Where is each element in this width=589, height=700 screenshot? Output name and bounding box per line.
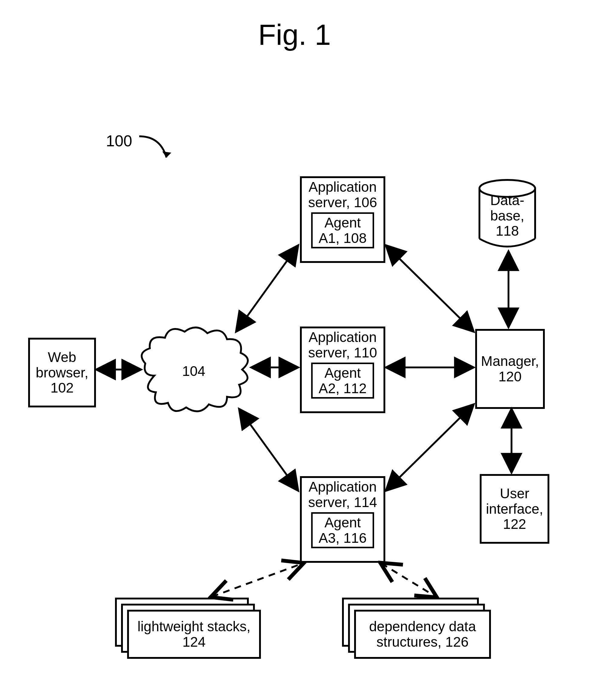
- web-browser-line3: 102: [50, 380, 74, 396]
- node-app-server-1: Application server, 106 Agent A1, 108: [300, 176, 385, 263]
- agent-a3-line2: A3, 116: [319, 530, 367, 546]
- node-app-server-2: Application server, 110 Agent A2, 112: [300, 326, 385, 413]
- node-cloud: 104: [136, 319, 251, 423]
- database-line2: base,: [490, 208, 525, 224]
- node-manager: Manager, 120: [475, 329, 545, 409]
- lw-line2: 124: [183, 634, 206, 650]
- cloud-label: 104: [136, 363, 251, 379]
- ui-line1: User: [500, 485, 529, 501]
- ui-line2: interface,: [486, 501, 543, 517]
- svg-line-6: [386, 245, 474, 332]
- manager-line1: Manager,: [481, 353, 539, 369]
- agent-a3: Agent A3, 116: [311, 512, 374, 548]
- app1-line1: Application: [309, 179, 377, 195]
- figure-ref-label: 100: [106, 132, 132, 150]
- agent-a2-line2: A2, 112: [319, 381, 367, 396]
- node-lightweight-stacks: lightweight stacks, 124: [115, 598, 260, 658]
- app1-line2: server, 106: [308, 194, 377, 210]
- manager-line2: 120: [499, 369, 522, 384]
- node-database: Data- base, 118: [477, 179, 538, 248]
- dep-line1: dependency data: [369, 618, 476, 634]
- app2-line2: server, 110: [308, 345, 377, 361]
- agent-a2-line1: Agent: [325, 365, 361, 381]
- svg-marker-0: [162, 151, 171, 157]
- lw-line1: lightweight stacks,: [138, 618, 250, 634]
- ui-line3: 122: [503, 516, 526, 532]
- svg-line-8: [386, 404, 474, 491]
- app3-line2: server, 114: [308, 494, 377, 510]
- figure-title: Fig. 1: [0, 18, 589, 51]
- app3-line1: Application: [309, 479, 377, 495]
- database-line1: Data-: [490, 192, 524, 208]
- database-line3: 118: [496, 223, 519, 239]
- web-browser-line2: browser,: [36, 365, 88, 381]
- svg-line-3: [236, 245, 298, 332]
- node-app-server-3: Application server, 114 Agent A3, 116: [300, 476, 385, 563]
- agent-a3-line1: Agent: [325, 515, 361, 530]
- node-user-interface: User interface, 122: [480, 474, 549, 544]
- node-web-browser: Web browser, 102: [28, 338, 96, 407]
- agent-a1: Agent A1, 108: [311, 212, 374, 248]
- agent-a1-line1: Agent: [325, 215, 361, 231]
- agent-a2: Agent A2, 112: [311, 363, 374, 399]
- app2-line1: Application: [309, 329, 377, 345]
- figure-ref-arrow: [133, 130, 182, 167]
- dep-line2: structures, 126: [377, 634, 468, 650]
- node-dependency-structures: dependency data structures, 126: [342, 598, 494, 658]
- agent-a1-line2: A1, 108: [319, 230, 367, 246]
- svg-line-11: [212, 563, 303, 597]
- web-browser-line1: Web: [48, 349, 76, 365]
- svg-line-12: [381, 563, 436, 597]
- diagram-canvas: Fig. 1 100 Web browser, 102 104 Applicat…: [0, 0, 589, 700]
